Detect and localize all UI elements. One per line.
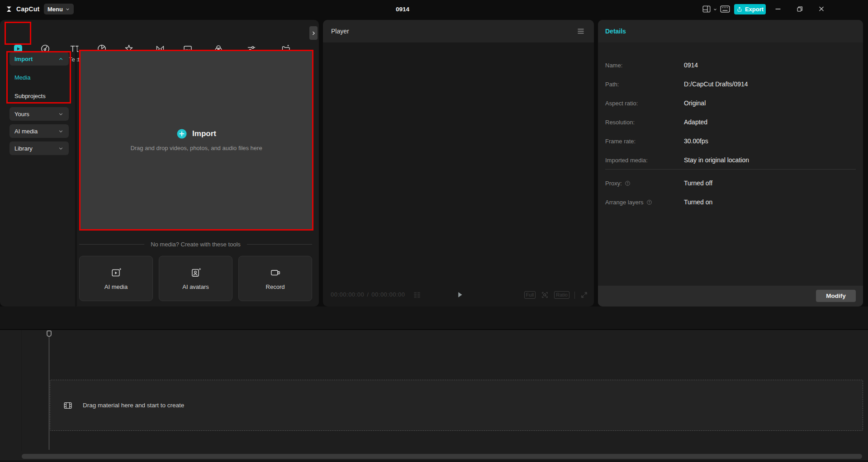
ai-avatars-label: AI avatars	[182, 283, 209, 290]
divider	[574, 292, 575, 299]
grid-icon[interactable]	[413, 291, 422, 299]
sidebar-item-import[interactable]: Import	[9, 52, 69, 66]
sidebar-ai-media-label: AI media	[14, 128, 38, 135]
ai-avatars-button[interactable]: AI avatars	[159, 256, 232, 301]
sidebar-item-yours[interactable]: Yours	[9, 107, 69, 121]
detail-value: Stay in original location	[684, 156, 749, 164]
detail-label: Name:	[605, 62, 684, 69]
details-panel: Details Name: 0914 Path: D:/CapCut Draft…	[598, 20, 863, 306]
time-separator: /	[367, 291, 369, 299]
detail-row-imported-media: Imported media: Stay in original locatio…	[605, 156, 856, 164]
sidebar-item-media[interactable]: Media	[14, 73, 30, 81]
current-time: 00:00:00:00	[331, 291, 364, 299]
fullscreen-icon[interactable]	[580, 291, 588, 299]
details-title: Details	[605, 28, 626, 35]
restore-icon[interactable]	[795, 5, 804, 13]
no-media-divider: No media? Create with these tools	[79, 240, 312, 248]
chevron-down-icon[interactable]	[713, 7, 717, 12]
import-action[interactable]: Import	[79, 127, 313, 140]
detail-row-name: Name: 0914	[605, 61, 856, 69]
player-view-controls: Full Ratio	[524, 291, 588, 299]
timeline-placeholder-text: Drag material here and start to create	[83, 402, 184, 409]
record-icon	[270, 267, 281, 278]
capcut-window: CapCut Menu 0914 Export	[0, 0, 868, 462]
ratio-button[interactable]: Ratio	[554, 291, 569, 299]
player-controls: 00:00:00:00 / 00:00:00:00 Full	[331, 289, 588, 301]
sidebar-item-subprojects[interactable]: Subprojects	[14, 92, 46, 100]
detail-label: Resolution:	[605, 119, 684, 126]
divider-line	[247, 244, 312, 245]
ai-media-label: AI media	[104, 283, 128, 290]
media-library-panel: Media Audio Text Stickers	[0, 20, 319, 306]
layout-switch-icon[interactable]	[702, 5, 711, 13]
sidebar-item-library[interactable]: Library	[9, 141, 69, 155]
chevron-down-icon	[65, 7, 70, 12]
record-button[interactable]: Record	[238, 256, 312, 301]
project-title: 0914	[371, 6, 434, 13]
detail-row-frame-rate: Frame rate: 30.00fps	[605, 137, 856, 145]
dropzone-hint: Drag and drop videos, photos, and audio …	[79, 145, 313, 151]
play-icon[interactable]	[455, 290, 465, 300]
detail-row-path: Path: D:/CapCut Drafts/0914	[605, 80, 856, 88]
tab-overflow-button[interactable]	[309, 26, 318, 40]
panel-divider	[75, 47, 77, 306]
timeline-horizontal-scrollbar[interactable]	[22, 454, 862, 459]
app-name: CapCut	[16, 5, 40, 13]
sidebar-library-label: Library	[14, 145, 33, 152]
detail-row-resolution: Resolution: Adapted	[605, 118, 856, 126]
tab-label: Text	[69, 57, 80, 62]
timeline-area[interactable]: Drag material here and start to create	[0, 329, 868, 462]
track-header-divider	[21, 330, 22, 451]
ai-avatars-icon	[190, 267, 202, 278]
import-label: Import	[192, 129, 216, 138]
detail-label: Imported media:	[605, 157, 684, 164]
record-label: Record	[266, 283, 285, 290]
timeline-toolbar	[0, 306, 868, 329]
keyboard-shortcuts-icon[interactable]	[720, 5, 730, 13]
proxy-value: Turned off	[684, 179, 712, 187]
detail-row-proxy: Proxy: Turned off	[605, 179, 856, 187]
ai-media-button[interactable]: AI media	[79, 256, 153, 301]
film-icon	[63, 401, 73, 410]
details-header: Details	[598, 20, 863, 42]
creation-tools: AI media AI avatars Record	[79, 256, 312, 301]
minimize-icon[interactable]	[773, 5, 783, 13]
arrange-layers-label: Arrange layers	[605, 199, 644, 206]
export-button[interactable]: Export	[734, 4, 766, 14]
player-panel: Player 00:00:00:00 / 00:00:00:00	[323, 20, 594, 306]
menu-label: Menu	[47, 6, 63, 13]
help-icon[interactable]	[625, 180, 631, 186]
sidebar-yours-label: Yours	[14, 111, 29, 118]
full-button[interactable]: Full	[524, 291, 536, 299]
title-bar: CapCut Menu 0914 Export	[0, 0, 868, 18]
player-header: Player	[323, 20, 594, 42]
chevron-up-icon	[58, 56, 64, 62]
sidebar-item-ai-media[interactable]: AI media	[9, 124, 69, 138]
detail-row-aspect-ratio: Aspect ratio: Original	[605, 99, 856, 107]
modify-button[interactable]: Modify	[816, 290, 856, 302]
export-label: Export	[745, 6, 764, 13]
arrange-layers-value: Turned on	[684, 198, 712, 206]
menu-button[interactable]: Menu	[44, 4, 74, 14]
proxy-label: Proxy:	[605, 180, 622, 187]
detail-label: Aspect ratio:	[605, 100, 684, 107]
detail-value: 30.00fps	[684, 137, 708, 145]
detail-value: Original	[684, 99, 706, 107]
detail-label: Path:	[605, 81, 684, 88]
total-time: 00:00:00:00	[371, 291, 405, 299]
no-media-text: No media? Create with these tools	[151, 241, 241, 248]
detail-label: Frame rate:	[605, 138, 684, 145]
detail-row-arrange-layers: Arrange layers Turned on	[605, 198, 856, 206]
export-icon	[736, 6, 743, 13]
fit-icon[interactable]	[541, 291, 549, 299]
close-icon[interactable]	[817, 5, 826, 13]
sidebar-import-label: Import	[14, 56, 33, 62]
hamburger-icon[interactable]	[577, 28, 585, 35]
playhead-handle[interactable]	[47, 330, 52, 337]
timeline-drop-placeholder[interactable]: Drag material here and start to create	[50, 380, 863, 431]
chevron-down-icon	[58, 128, 64, 134]
help-icon[interactable]	[646, 199, 652, 205]
import-dropzone[interactable]: Import Drag and drop videos, photos, and…	[79, 50, 313, 231]
timecode: 00:00:00:00 / 00:00:00:00	[331, 291, 422, 299]
sidebar-subprojects-label: Subprojects	[14, 93, 46, 99]
